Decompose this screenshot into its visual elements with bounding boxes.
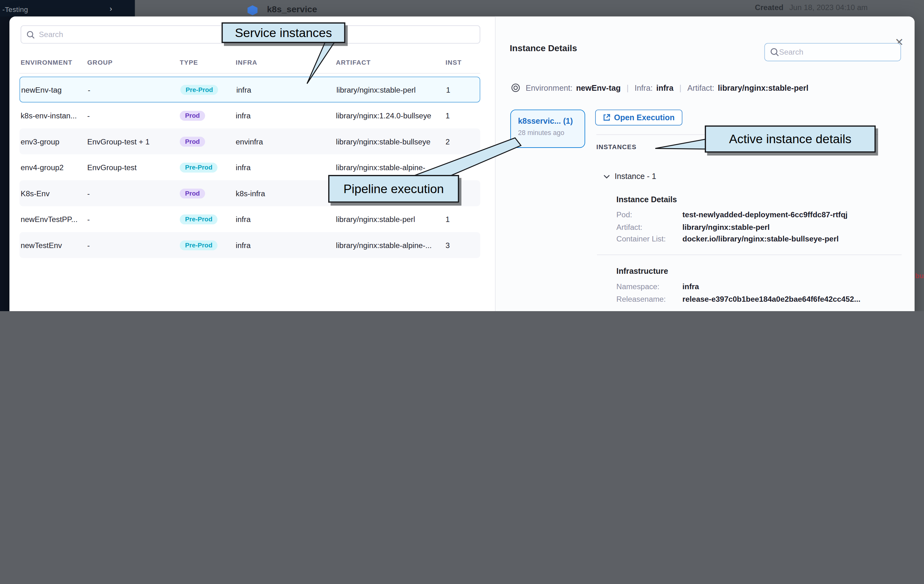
kv-value: library/nginx:stable-perl	[683, 221, 770, 233]
kv-label: Namespace:	[617, 281, 683, 293]
cell-environment: newEnvTestPP...	[21, 215, 87, 224]
cell-inst: 1	[446, 215, 480, 224]
right-edge-strip	[914, 0, 924, 311]
screen: -Testing › k8s_service CreatedJun 18, 20…	[0, 0, 924, 311]
type-badge: Pre-Prod	[180, 214, 218, 224]
artifact-value: library/nginx:stable-perl	[718, 83, 809, 92]
cell-artifact: library/nginx:stable-perl	[336, 215, 446, 224]
cell-inst: 3	[446, 241, 480, 249]
chevron-down-icon	[603, 174, 610, 179]
instance-search[interactable]	[764, 43, 901, 61]
cell-group: -	[87, 111, 180, 120]
kv-value: release-e397c0b1bee184a0e2bae64f6fe42cc4…	[683, 293, 861, 305]
instance-details-section: Instance Details Pod:test-newlyadded-dep…	[617, 195, 899, 245]
type-badge: Pre-Prod	[180, 240, 218, 250]
accordion-label: Instance - 1	[615, 172, 656, 181]
kv-label: Artifact:	[617, 221, 683, 233]
cell-group: EnvGroup-test	[87, 163, 180, 172]
page-header-bar: k8s_service CreatedJun 18, 2023 04:10 am	[135, 0, 924, 16]
divider	[597, 255, 902, 255]
separator: |	[627, 83, 629, 92]
cell-environment: env3-group	[21, 137, 87, 146]
type-badge: Pre-Prod	[180, 84, 218, 94]
type-badge: Pre-Prod	[180, 162, 218, 172]
instance-details-title: Instance Details	[510, 43, 577, 53]
cell-infra: infra	[236, 111, 336, 120]
cell-type: Pre-Prod	[180, 84, 236, 94]
cell-environment: env4-group2	[21, 163, 87, 172]
open-execution-button[interactable]: Open Execution	[595, 110, 682, 125]
col-environment: ENVIRONMENT	[21, 59, 87, 66]
cell-infra: infra	[236, 163, 336, 172]
col-group: GROUP	[87, 59, 180, 66]
cell-artifact: library/nginx:stable-perl	[337, 85, 446, 94]
execution-time: 28 minutes ago	[518, 129, 584, 136]
table-row[interactable]: newEnvTestPP... - Pre-Prod infra library…	[20, 206, 480, 233]
col-type: TYPE	[180, 59, 236, 66]
cell-type: Prod	[180, 188, 236, 198]
right-edge-text-partial: bu	[915, 272, 924, 280]
kv-label: Pod:	[617, 209, 683, 221]
cell-environment: newTestEnv	[21, 241, 87, 249]
table-row[interactable]: env3-group EnvGroup-test + 1 Prod envinf…	[20, 129, 480, 155]
cell-group: -	[87, 215, 180, 224]
col-infra: INFRA	[236, 59, 336, 66]
cell-type: Pre-Prod	[180, 162, 236, 172]
environment-value: newEnv-tag	[576, 83, 620, 92]
cell-infra: envinfra	[236, 137, 336, 146]
infra-label: Infra:	[634, 83, 653, 92]
kv-value: test-newlyadded-deployment-6cc9ffdc87-rt…	[683, 209, 848, 221]
cell-infra: infra	[236, 215, 336, 224]
cell-type: Pre-Prod	[180, 240, 236, 250]
cell-group: -	[88, 85, 181, 94]
annotation-pipeline-execution: Pipeline execution	[328, 175, 459, 203]
kv-label: Releasename:	[617, 293, 683, 305]
annotation-service-instances: Service instances	[221, 22, 345, 43]
annotation-active-instance-details: Active instance details	[705, 125, 876, 153]
type-badge: Prod	[180, 188, 205, 198]
cell-group: -	[87, 189, 180, 198]
col-inst: INST	[446, 59, 480, 66]
header-divider	[20, 73, 480, 74]
cell-environment: newEnv-tag	[21, 85, 88, 94]
section-heading: Infrastructure	[617, 267, 899, 276]
page-title: k8s_service	[267, 4, 317, 14]
open-execution-label: Open Execution	[614, 113, 675, 122]
service-icon	[248, 5, 257, 15]
execution-name: k8sservic... (1)	[518, 117, 584, 125]
pipeline-execution-card[interactable]: k8sservic... (1) 28 minutes ago	[510, 110, 585, 148]
cell-infra: infra	[236, 241, 336, 249]
cell-infra: k8s-infra	[236, 189, 336, 198]
cell-environment: k8s-env-instan...	[21, 111, 87, 120]
created-value: Jun 18, 2023 04:10 am	[789, 3, 868, 12]
infrastructure-section: Infrastructure Namespace:infra Releasena…	[617, 267, 899, 305]
chevron-right-icon: ›	[110, 4, 112, 13]
col-artifact: ARTIFACT	[336, 59, 446, 66]
table-header: ENVIRONMENT GROUP TYPE INFRA ARTIFACT IN…	[20, 59, 480, 66]
cell-artifact: library/nginx:stable-alpine-	[336, 163, 446, 172]
table-row[interactable]: k8s-env-instan... - Prod infra library/n…	[20, 102, 480, 129]
external-link-icon	[603, 114, 610, 121]
search-input[interactable]	[779, 48, 895, 56]
environment-label: Environment:	[526, 83, 573, 92]
created-timestamp: CreatedJun 18, 2023 04:10 am	[755, 3, 868, 12]
cell-environment: K8s-Env	[21, 189, 87, 198]
kv-value: infra	[683, 281, 699, 293]
kv-label: Container List:	[617, 233, 683, 245]
cell-infra: infra	[236, 85, 337, 94]
environments-table: newEnv-tag - Pre-Prod infra library/ngin…	[20, 77, 480, 258]
created-label: Created	[755, 3, 784, 12]
service-instances-modal: ENVIRONMENT GROUP TYPE INFRA ARTIFACT IN…	[10, 16, 914, 311]
top-left-nav: -Testing ›	[0, 0, 135, 16]
section-heading: Instance Details	[617, 195, 899, 204]
cell-inst: 2	[446, 137, 480, 146]
instance-accordion[interactable]: Instance - 1	[603, 172, 656, 181]
table-row[interactable]: newEnv-tag - Pre-Prod infra library/ngin…	[20, 77, 480, 103]
cell-type: Pre-Prod	[180, 214, 236, 224]
deployment-summary-row: Environment: newEnv-tag | Infra: infra |…	[511, 83, 808, 92]
cell-artifact: library/nginx:1.24.0-bullseye	[336, 111, 446, 120]
artifact-label: Artifact:	[687, 83, 714, 92]
type-badge: Prod	[180, 111, 205, 120]
instances-section-label: INSTANCES	[596, 143, 637, 150]
table-row[interactable]: newTestEnv - Pre-Prod infra library/ngin…	[20, 232, 480, 258]
